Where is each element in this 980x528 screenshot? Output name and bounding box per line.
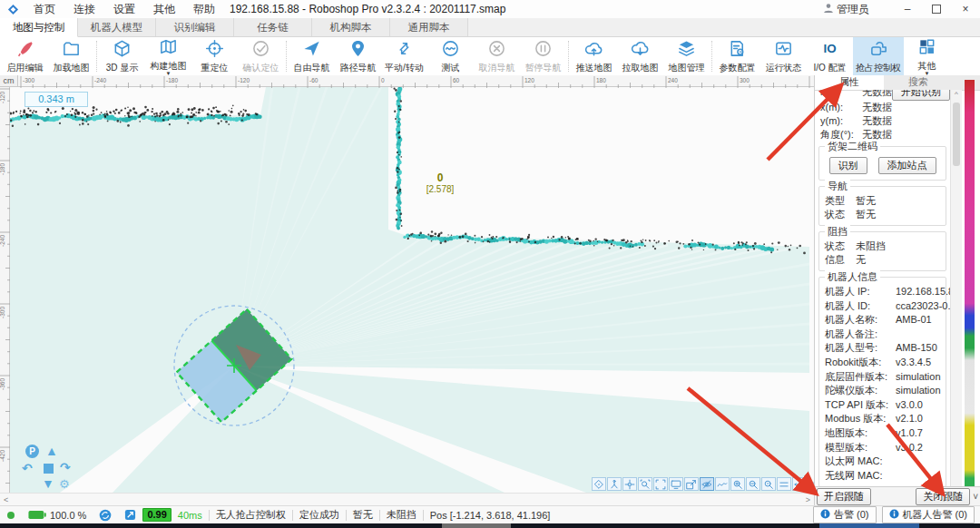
toolbar-button-10[interactable]: 测试 <box>427 37 474 75</box>
export-button[interactable] <box>684 477 699 491</box>
toolbar-button-17[interactable]: 运行状态 <box>760 37 807 75</box>
toolbar-button-6[interactable]: 确认定位 <box>238 37 284 75</box>
tab-4[interactable]: 任务链 <box>234 18 312 36</box>
toolbar-button-label: I/O 配置 <box>813 63 846 73</box>
fit-view-button[interactable] <box>653 477 668 491</box>
panel-tab-1[interactable]: 属性 <box>815 75 884 90</box>
toolbar-button-7[interactable]: 自由导航 <box>289 37 335 75</box>
follow-expand-chevron-icon[interactable]: ˅ <box>973 492 978 502</box>
menu-item-3[interactable]: 设置 <box>104 2 144 17</box>
relocate-icon[interactable] <box>118 509 142 521</box>
field-label: y(m): <box>820 114 862 128</box>
toolbar-separator <box>96 41 97 72</box>
vscroll-thumb[interactable] <box>953 103 960 166</box>
group-row: 类型暂无 <box>819 194 946 208</box>
turn-right-button[interactable]: ↷ <box>60 461 71 474</box>
drive-backward-button[interactable]: ▼ <box>42 477 54 490</box>
toolbar-button-9[interactable]: 平动/转动 <box>381 37 427 75</box>
row-label: 机器人型号: <box>825 341 896 356</box>
turn-left-button[interactable]: ↶ <box>22 462 33 474</box>
toolbar-button-12[interactable]: 暂停导航 <box>520 37 566 75</box>
toolbar-button-label: 平动/转动 <box>385 63 424 73</box>
row-label: 状态 <box>825 208 856 221</box>
curve-button[interactable] <box>715 477 730 491</box>
cast-button[interactable] <box>669 477 683 491</box>
toolbar-button-label: 确认定位 <box>243 63 279 73</box>
locate-button[interactable] <box>622 477 637 491</box>
measure-button[interactable] <box>777 477 791 491</box>
svg-text:120: 120 <box>524 77 534 83</box>
identify-button[interactable]: 识别 <box>829 157 867 174</box>
tab-5[interactable]: 机构脚本 <box>312 18 390 36</box>
tab-1[interactable]: 地图与控制 <box>0 18 78 37</box>
toolbar-button-11[interactable]: 取消导航 <box>474 37 520 75</box>
canvas-hscrollbar[interactable]: < > <box>0 493 814 505</box>
map-canvas[interactable]: 0[2.578] <box>0 75 814 493</box>
toolbar-button-5[interactable]: 重定位 <box>191 37 238 75</box>
toolbar-button-2[interactable]: 加载地图 <box>48 37 94 75</box>
toolbar-button-1[interactable]: 启用编辑 <box>2 37 48 75</box>
group-buttons-row: 识别添加站点 <box>819 154 946 176</box>
hscroll-right-arrow[interactable]: > <box>806 495 810 504</box>
row-value: v3.3.4.5 <box>896 356 931 370</box>
zoom-out-button[interactable] <box>746 477 760 491</box>
minimize-button[interactable]: – <box>893 0 922 18</box>
zoom-in-button[interactable] <box>730 477 745 491</box>
group-row: TCP API 版本:v3.0.0 <box>819 398 946 413</box>
enable-follow-button[interactable]: 开启跟随 <box>817 488 871 505</box>
sync-icon[interactable] <box>93 509 118 522</box>
tab-6[interactable]: 通用脚本 <box>390 18 468 36</box>
pose-button[interactable] <box>607 477 622 491</box>
svg-text:0: 0 <box>437 171 444 184</box>
toolbar-button-4[interactable]: 构建地图▼ <box>145 37 191 75</box>
toolbar-button-label: 重定位 <box>201 63 229 73</box>
drive-forward-button[interactable]: ▲ <box>45 445 58 457</box>
row-label: Robokit版本: <box>825 356 896 370</box>
stop-button[interactable] <box>44 464 54 474</box>
toolbar-button-16[interactable]: 参数配置 <box>714 37 760 75</box>
group-title: 机器人信息 <box>825 270 880 284</box>
menu-item-5[interactable]: 帮助 <box>184 2 224 17</box>
toolbar-button-13[interactable]: 推送地图 <box>571 37 617 75</box>
tab-2[interactable]: 机器人模型 <box>78 18 156 36</box>
svg-text:-300: -300 <box>23 77 34 83</box>
maximize-button[interactable] <box>922 0 951 18</box>
toolbar-button-15[interactable]: 地图管理 <box>663 37 710 75</box>
panel-vscrollbar[interactable]: ^ <box>950 90 962 486</box>
minibar-expand-icon[interactable]: ˅ <box>809 480 814 489</box>
drive-settings-button[interactable]: ⚙ <box>59 478 70 490</box>
svg-text:300: 300 <box>740 77 750 83</box>
zoom-reset-button[interactable] <box>761 477 776 491</box>
hide-layer-button[interactable] <box>700 477 714 491</box>
toolbar-button-14[interactable]: 拉取地图 <box>617 37 663 75</box>
close-button[interactable]: × <box>951 0 980 18</box>
panel-tab-2[interactable]: 搜索 <box>884 75 953 90</box>
disable-follow-button[interactable]: 关闭跟随 <box>916 488 970 505</box>
start-identify-button[interactable]: 开始识别 <box>892 90 950 101</box>
maximize-icon <box>932 5 941 14</box>
toolbar-button-8[interactable]: 路径导航 <box>335 37 381 75</box>
vscroll-up-arrow[interactable]: ^ <box>955 90 958 98</box>
add-station-button[interactable]: 添加站点 <box>878 157 936 174</box>
toolbar-button-19[interactable]: 抢占控制权 <box>853 37 904 75</box>
zoom-select-button[interactable] <box>638 477 652 491</box>
panel-field-row: id:无数据开始识别 <box>815 90 950 101</box>
robot-alarm-button[interactable]: 机器人告警 (0) <box>882 506 975 523</box>
toolbar-button-18[interactable]: IOI/O 配置 <box>807 37 853 75</box>
hscroll-left-arrow[interactable]: < <box>4 495 8 504</box>
position-button[interactable]: P <box>25 445 39 458</box>
control-icon <box>869 39 888 62</box>
menu-item-1[interactable]: 首页 <box>24 2 64 17</box>
tab-3[interactable]: 识别编辑 <box>156 18 234 36</box>
pan-button[interactable] <box>792 477 807 491</box>
toolbar-button-20[interactable]: 其他▼ <box>904 37 950 75</box>
toolbar-button-label: 暂停导航 <box>525 63 562 73</box>
row-value: AMB-150 <box>896 341 937 356</box>
menu-item-4[interactable]: 其他 <box>144 2 184 17</box>
menu-item-2[interactable]: 连接 <box>64 2 104 17</box>
toolbar-button-3[interactable]: 3D 显示 <box>99 37 145 75</box>
tag-button[interactable] <box>592 477 606 491</box>
alarm-button[interactable]: 告警 (0) <box>813 506 877 523</box>
user-badge[interactable]: 管理员 <box>823 2 869 17</box>
toolbar-button-label: 抢占控制权 <box>856 63 901 73</box>
